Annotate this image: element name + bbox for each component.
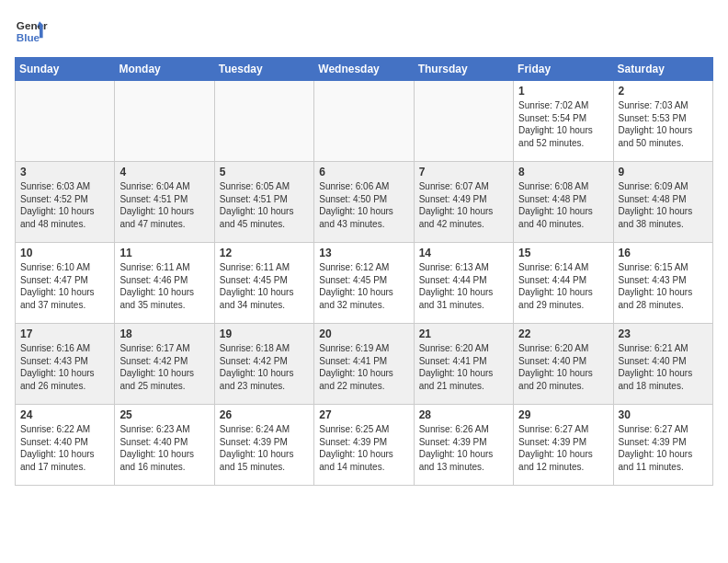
day-number: 1 <box>518 85 608 98</box>
week-row-4: 17Sunrise: 6:16 AM Sunset: 4:43 PM Dayli… <box>16 324 713 405</box>
day-number: 21 <box>419 327 508 340</box>
day-number: 11 <box>119 247 209 259</box>
day-info: Sunrise: 6:24 AM Sunset: 4:39 PM Dayligh… <box>220 423 309 473</box>
week-row-3: 10Sunrise: 6:10 AM Sunset: 4:47 PM Dayli… <box>16 243 713 324</box>
calendar-cell: 8Sunrise: 6:08 AM Sunset: 4:48 PM Daylig… <box>514 162 613 243</box>
day-number: 12 <box>220 247 309 259</box>
weekday-header-row: SundayMondayTuesdayWednesdayThursdayFrid… <box>16 58 713 81</box>
day-info: Sunrise: 6:27 AM Sunset: 4:39 PM Dayligh… <box>619 423 708 473</box>
calendar-table: SundayMondayTuesdayWednesdayThursdayFrid… <box>15 57 713 486</box>
day-info: Sunrise: 6:14 AM Sunset: 4:44 PM Dayligh… <box>518 261 608 311</box>
calendar-cell: 30Sunrise: 6:27 AM Sunset: 4:39 PM Dayli… <box>613 405 712 486</box>
day-number: 3 <box>20 166 109 178</box>
calendar-cell: 1Sunrise: 7:02 AM Sunset: 5:54 PM Daylig… <box>514 81 613 162</box>
day-number: 25 <box>119 408 209 421</box>
day-number: 5 <box>220 166 309 178</box>
day-info: Sunrise: 6:22 AM Sunset: 4:40 PM Dayligh… <box>20 423 109 473</box>
calendar-cell: 3Sunrise: 6:03 AM Sunset: 4:52 PM Daylig… <box>16 162 115 243</box>
day-number: 19 <box>220 327 309 340</box>
calendar-cell <box>414 81 513 162</box>
week-row-5: 24Sunrise: 6:22 AM Sunset: 4:40 PM Dayli… <box>16 405 713 486</box>
calendar-cell: 4Sunrise: 6:04 AM Sunset: 4:51 PM Daylig… <box>115 162 214 243</box>
calendar-cell: 5Sunrise: 6:05 AM Sunset: 4:51 PM Daylig… <box>214 162 313 243</box>
logo-icon: General Blue <box>15 15 48 48</box>
calendar-cell: 23Sunrise: 6:21 AM Sunset: 4:40 PM Dayli… <box>613 324 712 405</box>
day-info: Sunrise: 6:20 AM Sunset: 4:40 PM Dayligh… <box>518 342 608 392</box>
calendar-cell: 12Sunrise: 6:11 AM Sunset: 4:45 PM Dayli… <box>214 243 313 324</box>
day-info: Sunrise: 6:10 AM Sunset: 4:47 PM Dayligh… <box>20 261 109 311</box>
day-info: Sunrise: 6:04 AM Sunset: 4:51 PM Dayligh… <box>119 180 209 230</box>
day-info: Sunrise: 6:18 AM Sunset: 4:42 PM Dayligh… <box>220 342 309 392</box>
day-number: 27 <box>319 408 408 421</box>
day-info: Sunrise: 6:19 AM Sunset: 4:41 PM Dayligh… <box>319 342 408 392</box>
logo: General Blue <box>15 15 48 48</box>
calendar-cell: 28Sunrise: 6:26 AM Sunset: 4:39 PM Dayli… <box>414 405 513 486</box>
day-info: Sunrise: 6:12 AM Sunset: 4:45 PM Dayligh… <box>319 261 408 311</box>
day-number: 10 <box>20 247 109 259</box>
day-info: Sunrise: 6:05 AM Sunset: 4:51 PM Dayligh… <box>220 180 309 230</box>
day-info: Sunrise: 6:09 AM Sunset: 4:48 PM Dayligh… <box>619 180 708 230</box>
calendar-cell: 10Sunrise: 6:10 AM Sunset: 4:47 PM Dayli… <box>16 243 115 324</box>
calendar-cell <box>16 81 115 162</box>
week-row-2: 3Sunrise: 6:03 AM Sunset: 4:52 PM Daylig… <box>16 162 713 243</box>
calendar-cell: 14Sunrise: 6:13 AM Sunset: 4:44 PM Dayli… <box>414 243 513 324</box>
calendar-cell: 27Sunrise: 6:25 AM Sunset: 4:39 PM Dayli… <box>314 405 414 486</box>
day-number: 8 <box>518 166 608 178</box>
calendar-cell: 9Sunrise: 6:09 AM Sunset: 4:48 PM Daylig… <box>613 162 712 243</box>
day-number: 29 <box>518 408 608 421</box>
weekday-header-saturday: Saturday <box>613 58 712 81</box>
day-number: 26 <box>220 408 309 421</box>
day-info: Sunrise: 6:08 AM Sunset: 4:48 PM Dayligh… <box>518 180 608 230</box>
day-number: 28 <box>419 408 508 421</box>
day-number: 18 <box>119 327 209 340</box>
day-number: 14 <box>419 247 508 259</box>
day-info: Sunrise: 6:27 AM Sunset: 4:39 PM Dayligh… <box>518 423 608 473</box>
day-info: Sunrise: 7:02 AM Sunset: 5:54 PM Dayligh… <box>518 99 608 149</box>
calendar-cell <box>115 81 214 162</box>
day-number: 24 <box>20 408 109 421</box>
day-info: Sunrise: 6:15 AM Sunset: 4:43 PM Dayligh… <box>619 261 708 311</box>
svg-text:Blue: Blue <box>17 31 40 43</box>
day-number: 15 <box>518 247 608 259</box>
weekday-header-wednesday: Wednesday <box>314 58 414 81</box>
day-info: Sunrise: 6:13 AM Sunset: 4:44 PM Dayligh… <box>419 261 508 311</box>
day-number: 23 <box>619 327 708 340</box>
calendar-cell: 16Sunrise: 6:15 AM Sunset: 4:43 PM Dayli… <box>613 243 712 324</box>
weekday-header-tuesday: Tuesday <box>214 58 313 81</box>
day-number: 13 <box>319 247 408 259</box>
calendar-cell <box>214 81 313 162</box>
day-number: 9 <box>619 166 708 178</box>
day-info: Sunrise: 6:23 AM Sunset: 4:40 PM Dayligh… <box>119 423 209 473</box>
svg-text:General: General <box>17 19 48 31</box>
calendar-cell: 18Sunrise: 6:17 AM Sunset: 4:42 PM Dayli… <box>115 324 214 405</box>
weekday-header-sunday: Sunday <box>16 58 115 81</box>
day-number: 7 <box>419 166 508 178</box>
calendar-cell: 15Sunrise: 6:14 AM Sunset: 4:44 PM Dayli… <box>514 243 613 324</box>
calendar-cell: 17Sunrise: 6:16 AM Sunset: 4:43 PM Dayli… <box>16 324 115 405</box>
calendar-cell: 22Sunrise: 6:20 AM Sunset: 4:40 PM Dayli… <box>514 324 613 405</box>
day-info: Sunrise: 6:06 AM Sunset: 4:50 PM Dayligh… <box>319 180 408 230</box>
calendar-cell: 25Sunrise: 6:23 AM Sunset: 4:40 PM Dayli… <box>115 405 214 486</box>
day-info: Sunrise: 6:20 AM Sunset: 4:41 PM Dayligh… <box>419 342 508 392</box>
day-info: Sunrise: 6:21 AM Sunset: 4:40 PM Dayligh… <box>619 342 708 392</box>
day-info: Sunrise: 6:26 AM Sunset: 4:39 PM Dayligh… <box>419 423 508 473</box>
day-info: Sunrise: 6:11 AM Sunset: 4:46 PM Dayligh… <box>119 261 209 311</box>
day-number: 17 <box>20 327 109 340</box>
calendar-cell <box>314 81 414 162</box>
calendar-cell: 24Sunrise: 6:22 AM Sunset: 4:40 PM Dayli… <box>16 405 115 486</box>
day-number: 16 <box>619 247 708 259</box>
day-number: 22 <box>518 327 608 340</box>
day-info: Sunrise: 6:16 AM Sunset: 4:43 PM Dayligh… <box>20 342 109 392</box>
day-info: Sunrise: 6:03 AM Sunset: 4:52 PM Dayligh… <box>20 180 109 230</box>
calendar-cell: 11Sunrise: 6:11 AM Sunset: 4:46 PM Dayli… <box>115 243 214 324</box>
calendar-cell: 19Sunrise: 6:18 AM Sunset: 4:42 PM Dayli… <box>214 324 313 405</box>
calendar-cell: 20Sunrise: 6:19 AM Sunset: 4:41 PM Dayli… <box>314 324 414 405</box>
calendar-cell: 26Sunrise: 6:24 AM Sunset: 4:39 PM Dayli… <box>214 405 313 486</box>
day-info: Sunrise: 6:17 AM Sunset: 4:42 PM Dayligh… <box>119 342 209 392</box>
day-info: Sunrise: 7:03 AM Sunset: 5:53 PM Dayligh… <box>619 99 708 149</box>
weekday-header-thursday: Thursday <box>414 58 513 81</box>
weekday-header-friday: Friday <box>514 58 613 81</box>
day-number: 30 <box>619 408 708 421</box>
day-info: Sunrise: 6:07 AM Sunset: 4:49 PM Dayligh… <box>419 180 508 230</box>
week-row-1: 1Sunrise: 7:02 AM Sunset: 5:54 PM Daylig… <box>16 81 713 162</box>
